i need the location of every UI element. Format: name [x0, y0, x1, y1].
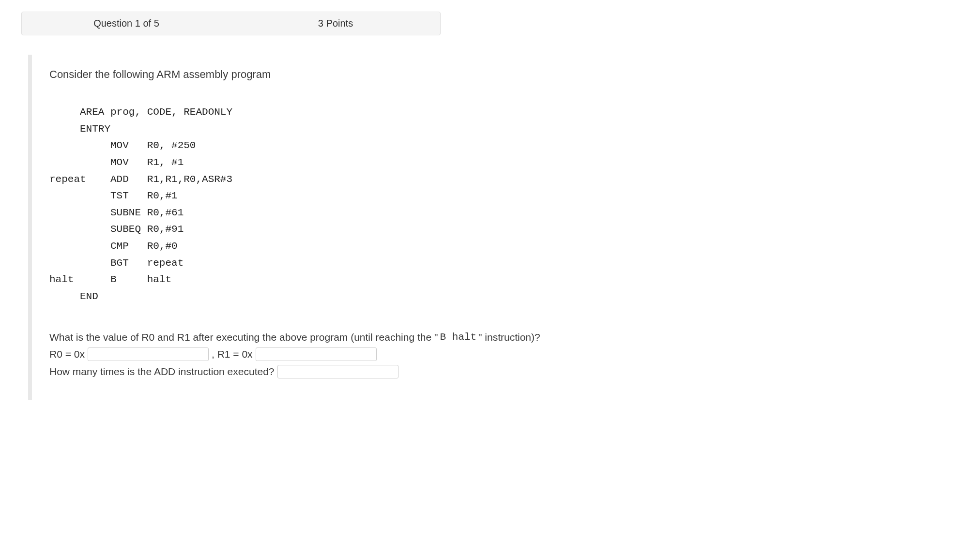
r0-label: R0 = 0x — [49, 346, 85, 363]
question-header: Question 1 of 5 3 Points — [21, 12, 441, 35]
add-count-input[interactable] — [277, 365, 398, 378]
r1-label: , R1 = 0x — [212, 346, 253, 363]
r0-r1-answer-line: R0 = 0x , R1 = 0x — [49, 346, 980, 363]
question-text-part-2: " instruction)? — [478, 329, 540, 346]
r1-answer-input[interactable] — [256, 347, 377, 361]
question-content: Consider the following ARM assembly prog… — [49, 55, 980, 400]
question-points: 3 Points — [231, 18, 440, 29]
add-question-label: How many times is the ADD instruction ex… — [49, 363, 275, 380]
content-wrapper: Consider the following ARM assembly prog… — [28, 55, 980, 400]
question-prompt-line: What is the value of R0 and R1 after exe… — [49, 329, 980, 346]
question-text-part-1: What is the value of R0 and R1 after exe… — [49, 329, 438, 346]
halt-instruction-text: B halt — [440, 329, 476, 346]
left-accent-bar — [28, 55, 32, 400]
answer-section: What is the value of R0 and R1 after exe… — [49, 329, 980, 380]
question-number: Question 1 of 5 — [22, 18, 231, 29]
code-block: AREA prog, CODE, READONLY ENTRY MOV R0, … — [49, 104, 980, 305]
add-count-answer-line: How many times is the ADD instruction ex… — [49, 363, 980, 380]
r0-answer-input[interactable] — [88, 347, 209, 361]
intro-text: Consider the following ARM assembly prog… — [49, 68, 980, 81]
